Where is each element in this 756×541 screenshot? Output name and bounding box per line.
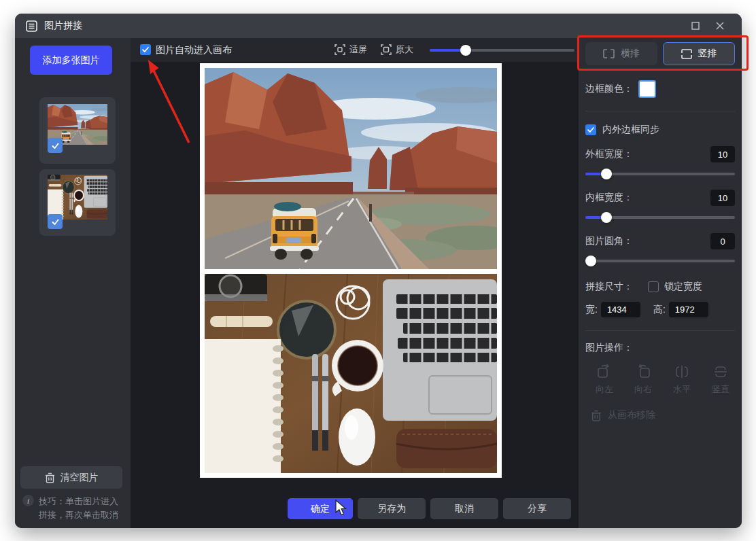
rotate-right-icon	[635, 364, 651, 380]
width-label: 宽:	[585, 304, 598, 316]
rotate-left-button[interactable]: 向左	[591, 364, 618, 396]
horizontal-layout-label: 横排	[621, 48, 640, 60]
original-size-icon	[381, 44, 392, 55]
thumbnail-selected-check-icon[interactable]	[48, 138, 63, 153]
main-area: 图片自动进入画布 适屏	[131, 38, 579, 528]
original-size-label: 原大	[396, 43, 413, 56]
maximize-button[interactable]	[686, 17, 705, 35]
action-buttons: 确定 另存为 取消 分享	[288, 498, 571, 519]
add-images-button[interactable]: 添加多张图片	[30, 46, 112, 75]
image-corner-radius-value[interactable]: 0	[710, 233, 735, 249]
outer-border-width-value[interactable]: 10	[710, 146, 735, 162]
flip-vertical-label: 竖直	[712, 383, 729, 396]
stitch-canvas[interactable]	[200, 63, 502, 478]
image-list-sidebar: 添加多张图片	[15, 38, 131, 528]
tip-line2: 拼接，再次单击取消	[39, 510, 118, 520]
sync-borders-label: 内外边框同步	[602, 124, 659, 136]
close-button[interactable]	[710, 17, 729, 35]
rotate-right-label: 向右	[634, 383, 652, 396]
zoom-slider[interactable]	[430, 45, 574, 56]
maximize-icon	[691, 22, 700, 30]
inner-border-width-label: 内框宽度：	[585, 192, 633, 204]
auto-enter-canvas-label: 图片自动进入画布	[156, 44, 232, 56]
lock-width-label: 锁定宽度	[664, 281, 702, 293]
save-as-button[interactable]: 另存为	[358, 498, 426, 519]
cancel-button[interactable]: 取消	[430, 498, 498, 519]
auto-enter-canvas-checkbox[interactable]	[140, 44, 151, 55]
tip-note: i 技巧：单击图片进入 拼接，再次单击取消	[22, 495, 126, 522]
fit-screen-label: 适屏	[349, 43, 367, 56]
height-label: 高:	[653, 304, 666, 316]
divider	[585, 330, 735, 331]
title-bar[interactable]: 图片拼接	[15, 14, 742, 38]
canvas-viewport[interactable]: 确定 另存为 取消 分享	[131, 62, 579, 528]
clear-images-button[interactable]: 清空图片	[20, 466, 122, 489]
canvas-toolbar: 图片自动进入画布 适屏	[131, 38, 579, 62]
list-icon	[26, 20, 37, 32]
rotate-right-button[interactable]: 向右	[630, 364, 657, 396]
window-title: 图片拼接	[44, 20, 82, 32]
remove-from-canvas-label: 从画布移除	[608, 409, 655, 421]
radius-slider-thumb[interactable]	[585, 256, 596, 266]
share-button[interactable]: 分享	[503, 498, 571, 519]
horizontal-layout-icon	[603, 49, 615, 58]
check-icon	[141, 46, 150, 54]
fit-screen-icon	[334, 44, 345, 55]
radius-slider-track[interactable]	[585, 260, 735, 262]
layout-toggle: 横排 竖排	[585, 42, 735, 65]
thumbnail-canyon-photo[interactable]	[39, 97, 116, 164]
stitch-height-input[interactable]	[669, 302, 708, 317]
outer-border-width-slider[interactable]	[585, 169, 735, 179]
zoom-slider-thumb[interactable]	[460, 45, 471, 56]
thumbnail-image-desk	[48, 175, 107, 220]
info-icon: i	[22, 495, 34, 506]
image-operations: 向左 向右 水平	[591, 364, 742, 396]
original-size-button[interactable]: 原大	[381, 43, 413, 56]
flip-horizontal-button[interactable]: 水平	[668, 364, 695, 396]
tip-line1: 技巧：单击图片进入	[39, 496, 118, 506]
thumbnail-selected-check-icon[interactable]	[48, 214, 63, 229]
app-window: 图片拼接 添加多张图片	[15, 14, 742, 528]
flip-vertical-button[interactable]: 竖直	[707, 364, 734, 396]
inner-slider-thumb[interactable]	[601, 212, 612, 223]
image-operations-label: 图片操作：	[585, 342, 735, 354]
settings-panel: 横排 竖排 边框颜色：	[579, 38, 742, 528]
check-icon	[587, 126, 595, 134]
inner-border-width-value[interactable]: 10	[710, 190, 735, 206]
horizontal-layout-button[interactable]: 横排	[585, 42, 657, 65]
inner-border-width-slider[interactable]	[585, 212, 735, 223]
remove-from-canvas-button[interactable]: 从画布移除	[591, 409, 742, 421]
outer-border-width-label: 外框宽度：	[585, 148, 633, 160]
fit-screen-button[interactable]: 适屏	[334, 43, 367, 56]
image-corner-radius-label: 图片圆角：	[585, 235, 633, 247]
close-icon	[716, 22, 724, 30]
clear-images-label: 清空图片	[61, 472, 99, 484]
flip-horizontal-icon	[674, 364, 690, 380]
rotate-left-icon	[596, 364, 613, 380]
image-corner-radius-slider[interactable]	[585, 256, 735, 266]
flip-horizontal-label: 水平	[673, 383, 691, 396]
canvas-image-desk[interactable]	[205, 274, 497, 473]
outer-slider-thumb[interactable]	[601, 169, 612, 179]
trash-icon	[45, 472, 55, 483]
vertical-layout-button[interactable]: 竖排	[663, 42, 735, 65]
vertical-layout-icon	[681, 49, 692, 59]
stitch-width-input[interactable]	[601, 302, 640, 317]
trash-icon	[591, 410, 602, 421]
border-color-label: 边框颜色：	[585, 83, 633, 95]
lock-width-checkbox[interactable]	[648, 281, 659, 292]
confirm-button[interactable]: 确定	[288, 498, 353, 519]
canvas-image-canyon[interactable]	[205, 68, 497, 269]
sync-borders-checkbox[interactable]	[585, 124, 596, 135]
vertical-layout-label: 竖排	[698, 48, 717, 60]
flip-vertical-icon	[712, 364, 729, 380]
thumbnail-desk-photo[interactable]	[39, 169, 116, 236]
border-color-swatch[interactable]	[638, 80, 656, 98]
rotate-left-label: 向左	[596, 383, 613, 396]
stitch-size-label: 拼接尺寸：	[585, 281, 633, 293]
divider	[585, 111, 735, 111]
